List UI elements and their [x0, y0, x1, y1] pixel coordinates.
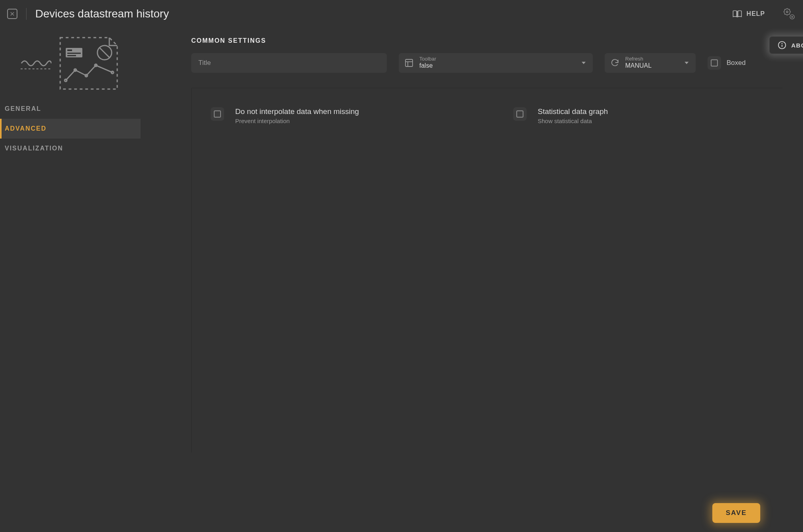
- option-subtitle: Prevent interpolation: [235, 118, 359, 124]
- boxed-option: Boxed: [708, 56, 746, 70]
- checkbox-box-icon: [214, 110, 221, 118]
- chevron-down-icon: [685, 62, 689, 64]
- toolbar-value: false: [419, 62, 436, 69]
- sidebar-item-advanced[interactable]: ADVANCED: [0, 119, 141, 139]
- save-button[interactable]: SAVE: [712, 503, 760, 523]
- checkbox-box-icon: [516, 110, 523, 118]
- checkbox-box-icon: [711, 59, 718, 66]
- prevent-interpolation-checkbox[interactable]: [211, 107, 224, 121]
- svg-point-3: [790, 15, 794, 19]
- divider: [26, 8, 27, 20]
- sidebar-nav: GENERAL ADVANCED VISUALIZATION: [0, 99, 141, 158]
- svg-rect-9: [67, 53, 81, 54]
- option-statistical-graph: Statistical data graph Show statistical …: [513, 107, 782, 124]
- help-label: HELP: [746, 10, 765, 17]
- about-button[interactable]: ABOUT: [769, 36, 803, 54]
- svg-rect-8: [67, 49, 72, 51]
- svg-point-2: [786, 11, 788, 13]
- about-label: ABOUT: [791, 42, 803, 49]
- sidebar-item-label: ADVANCED: [5, 125, 46, 132]
- svg-rect-19: [405, 59, 413, 66]
- toolbar-select[interactable]: Toolbar false: [399, 53, 593, 73]
- close-button[interactable]: [7, 9, 17, 19]
- refresh-label: Refresh: [625, 56, 652, 62]
- boxed-checkbox[interactable]: [708, 56, 721, 70]
- advanced-area: Do not interpolate data when missing Pre…: [191, 88, 782, 452]
- book-icon: [732, 10, 742, 18]
- statistical-graph-checkbox[interactable]: [513, 107, 527, 121]
- widget-preview: [0, 28, 141, 99]
- option-subtitle: Show statistical data: [538, 118, 608, 124]
- close-icon: [10, 11, 15, 17]
- page-title: Devices datastream history: [35, 8, 732, 20]
- settings-icon[interactable]: [782, 7, 796, 21]
- layout-icon: [404, 58, 414, 68]
- content-panel: ABOUT COMMON SETTINGS Toolbar false: [141, 28, 803, 494]
- sidebar-item-general[interactable]: GENERAL: [0, 99, 141, 119]
- option-prevent-interpolation: Do not interpolate data when missing Pre…: [211, 107, 480, 124]
- common-settings-row: Toolbar false Refresh MANUAL: [191, 53, 782, 73]
- refresh-value: MANUAL: [625, 62, 652, 69]
- sidebar-item-label: GENERAL: [5, 105, 41, 112]
- wave-icon: [21, 57, 51, 70]
- title-input[interactable]: [198, 59, 380, 67]
- sidebar-item-label: VISUALIZATION: [5, 145, 63, 152]
- option-title: Statistical data graph: [538, 107, 608, 116]
- chevron-down-icon: [582, 62, 586, 64]
- sidebar: GENERAL ADVANCED VISUALIZATION: [0, 28, 141, 494]
- refresh-select[interactable]: Refresh MANUAL: [605, 53, 696, 73]
- save-label: SAVE: [726, 509, 747, 517]
- info-icon: [778, 41, 786, 49]
- help-button[interactable]: HELP: [732, 10, 765, 18]
- toolbar-label: Toolbar: [419, 56, 436, 62]
- report-icon: [57, 36, 120, 91]
- option-title: Do not interpolate data when missing: [235, 107, 359, 116]
- svg-point-4: [792, 16, 793, 17]
- svg-rect-10: [67, 55, 76, 56]
- refresh-icon: [610, 58, 620, 68]
- section-header: COMMON SETTINGS: [191, 37, 782, 44]
- sidebar-item-visualization[interactable]: VISUALIZATION: [0, 139, 141, 158]
- footer: SAVE: [0, 494, 803, 532]
- boxed-label: Boxed: [727, 59, 746, 67]
- svg-point-18: [782, 43, 782, 44]
- title-field[interactable]: [191, 53, 387, 73]
